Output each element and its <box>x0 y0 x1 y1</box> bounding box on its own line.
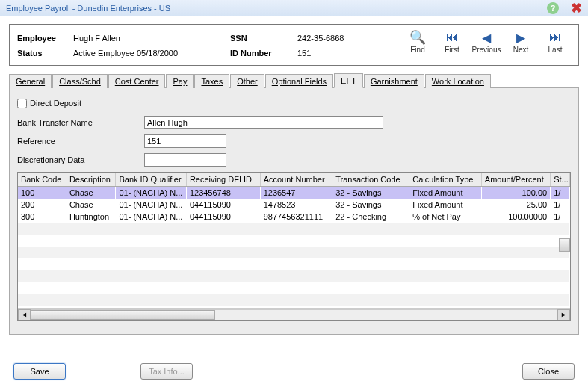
save-button[interactable]: Save <box>13 363 66 380</box>
tab-other[interactable]: Other <box>230 74 264 88</box>
reference-label: Reference <box>17 137 144 146</box>
close-icon[interactable]: ✖ <box>571 0 582 16</box>
cell[interactable]: 01- (NACHA) N... <box>116 187 186 199</box>
col-account-number[interactable]: Account Number <box>260 173 332 187</box>
direct-deposit-label: Direct Deposit <box>30 99 81 108</box>
grid-header-row: Bank Code Description Bank ID Qualifier … <box>18 173 570 187</box>
cell[interactable]: 25.00 <box>481 199 550 211</box>
titlebar: Employee Payroll - Dunedin Enterprises -… <box>0 0 588 16</box>
grid-row[interactable]: 300 Huntington 01- (NACHA) N... 04411509… <box>18 211 570 223</box>
cell[interactable]: 9877456321111 <box>260 211 332 223</box>
help-icon[interactable]: ? <box>547 2 559 14</box>
next-icon: ▶ <box>504 29 538 46</box>
cell[interactable]: 22 - Checking <box>332 211 409 223</box>
cell[interactable]: Fixed Amount <box>409 187 482 199</box>
ssn-value: 242-35-6868 <box>297 34 344 43</box>
grid-row-empty[interactable] <box>18 294 570 306</box>
grid-row-empty[interactable] <box>18 235 570 247</box>
tab-optional-fields[interactable]: Optional Fields <box>265 74 333 88</box>
last-button[interactable]: ⏭ Last <box>538 29 572 54</box>
tab-garnishment[interactable]: Garnishment <box>364 74 424 88</box>
tab-general[interactable]: General <box>9 74 52 88</box>
cell[interactable]: 300 <box>18 211 66 223</box>
eft-grid: Bank Code Description Bank ID Qualifier … <box>17 172 571 321</box>
grid-row-empty[interactable] <box>18 258 570 270</box>
first-button[interactable]: ⏮ First <box>435 29 469 54</box>
discretionary-data-input[interactable] <box>144 153 226 167</box>
last-icon: ⏭ <box>538 29 572 46</box>
cell[interactable]: 044115090 <box>186 199 260 211</box>
discretionary-data-label: Discretionary Data <box>17 155 144 164</box>
prev-icon: ◀ <box>469 29 504 46</box>
tab-work-location[interactable]: Work Location <box>425 74 491 88</box>
cell[interactable]: 1/ <box>551 187 570 199</box>
col-amount-percent[interactable]: Amount/Percent <box>481 173 550 187</box>
col-start[interactable]: St... <box>551 173 570 187</box>
col-bank-id-qualifier[interactable]: Bank ID Qualifier <box>116 173 186 187</box>
col-description[interactable]: Description <box>66 173 116 187</box>
cell[interactable]: 1/ <box>551 211 570 223</box>
nav-buttons: 🔍 Find ⏮ First ◀ Previous ▶ Next ⏭ Last <box>400 29 572 54</box>
bank-transfer-name-input[interactable] <box>144 116 383 129</box>
cell[interactable]: Chase <box>66 199 116 211</box>
id-number-label: ID Number <box>230 49 297 58</box>
cell[interactable]: 200 <box>18 199 66 211</box>
close-button[interactable]: Close <box>522 363 575 380</box>
tab-class-schd[interactable]: Class/Schd <box>52 74 108 88</box>
first-icon: ⏮ <box>435 29 469 46</box>
magnifier-icon: 🔍 <box>400 29 435 46</box>
tab-eft[interactable]: EFT <box>334 73 363 88</box>
grid-row[interactable]: 100 Chase 01- (NACHA) N... 123456748 123… <box>18 187 570 199</box>
grid-row-empty[interactable] <box>18 223 570 235</box>
scrollbar-track[interactable] <box>31 309 557 320</box>
ssn-label: SSN <box>230 34 297 43</box>
scroll-left-icon[interactable]: ◄ <box>18 309 31 320</box>
tab-cost-center[interactable]: Cost Center <box>108 74 166 88</box>
horizontal-scrollbar[interactable]: ◄ ► <box>18 308 570 320</box>
employee-info-panel: Employee Hugh F Allen SSN 242-35-6868 St… <box>9 24 579 66</box>
status-value: Active Employee 05/18/2000 <box>73 49 230 58</box>
scroll-right-icon[interactable]: ► <box>557 309 570 320</box>
grid-row-empty[interactable] <box>18 270 570 282</box>
previous-button[interactable]: ◀ Previous <box>469 29 504 54</box>
grid-row-empty[interactable] <box>18 247 570 258</box>
cell[interactable]: 32 - Savings <box>332 187 409 199</box>
cell[interactable]: 32 - Savings <box>332 199 409 211</box>
bank-transfer-name-label: Bank Transfer Name <box>17 118 144 127</box>
footer: Save Tax Info... Close <box>0 363 588 380</box>
next-button[interactable]: ▶ Next <box>504 29 538 54</box>
cell[interactable]: 01- (NACHA) N... <box>116 211 186 223</box>
tab-pay[interactable]: Pay <box>166 74 194 88</box>
cell[interactable]: 100 <box>18 187 66 199</box>
cell[interactable]: 1236547 <box>260 187 332 199</box>
col-receiving-dfi[interactable]: Receiving DFI ID <box>186 173 260 187</box>
cell[interactable]: Chase <box>66 187 116 199</box>
cell[interactable]: Fixed Amount <box>409 199 482 211</box>
reference-input[interactable] <box>144 134 226 148</box>
cell[interactable]: 123456748 <box>186 187 260 199</box>
tab-taxes[interactable]: Taxes <box>194 74 229 88</box>
cell[interactable]: 1478523 <box>260 199 332 211</box>
vertical-scrollbar-thumb[interactable] <box>559 238 570 252</box>
employee-label: Employee <box>17 34 73 43</box>
find-button[interactable]: 🔍 Find <box>400 29 435 54</box>
status-label: Status <box>17 49 73 58</box>
tax-info-button[interactable]: Tax Info... <box>140 363 193 380</box>
cell[interactable]: Huntington <box>66 211 116 223</box>
cell[interactable]: 1/ <box>551 199 570 211</box>
cell[interactable]: 044115090 <box>186 211 260 223</box>
cell[interactable]: 01- (NACHA) N... <box>116 199 186 211</box>
scrollbar-thumb[interactable] <box>31 310 215 320</box>
col-calculation-type[interactable]: Calculation Type <box>409 173 482 187</box>
id-number-value: 151 <box>297 49 311 58</box>
col-bank-code[interactable]: Bank Code <box>18 173 66 187</box>
cell[interactable]: 100.00000 <box>481 211 550 223</box>
cell[interactable]: % of Net Pay <box>409 211 482 223</box>
direct-deposit-checkbox[interactable] <box>17 99 27 108</box>
tab-strip: General Class/Schd Cost Center Pay Taxes… <box>9 72 579 88</box>
col-transaction-code[interactable]: Transaction Code <box>332 173 409 187</box>
grid-row[interactable]: 200 Chase 01- (NACHA) N... 044115090 147… <box>18 199 570 211</box>
employee-value: Hugh F Allen <box>73 34 230 43</box>
grid-row-empty[interactable] <box>18 282 570 294</box>
cell[interactable]: 100.00 <box>481 187 550 199</box>
